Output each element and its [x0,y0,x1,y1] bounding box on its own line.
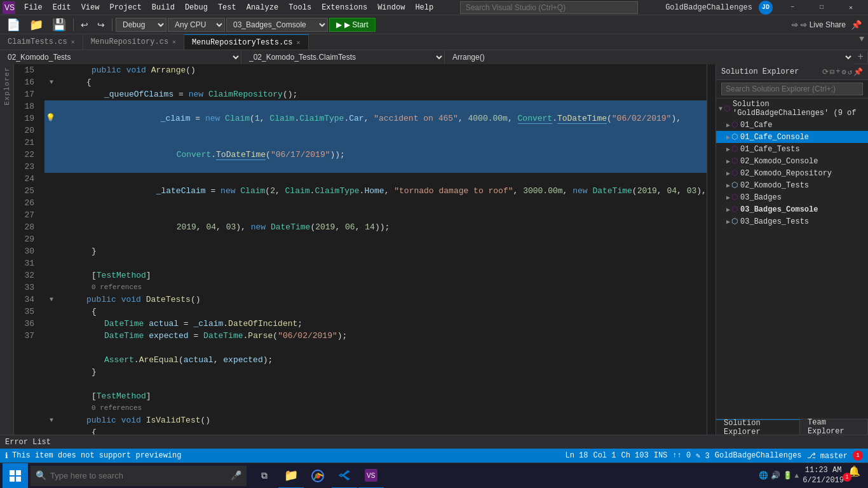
platform-dropdown[interactable]: Any CPU [168,18,225,32]
volume-icon[interactable]: 🔊 [771,471,780,480]
code-content[interactable]: public void Arrange() ▼ { _queueOfClaims… [39,64,707,435]
menu-test[interactable]: Test [213,2,241,13]
code-line-26: DateTime expected = DateTime.Parse("06/0… [44,330,707,342]
network-icon[interactable]: 🌐 [759,471,768,480]
se-item-arrow: ▶ [726,182,730,189]
se-item-01cafetests[interactable]: ▶ ⬡ 01_Cafe_Tests [716,143,868,155]
se-item-01cafeconsole[interactable]: ▶ ⬡ 01_Cafe_Console [716,131,868,143]
project-dropdown[interactable]: 03_Badges_Comsole [226,18,328,32]
lightbulb-icon[interactable]: 💡 [46,112,55,125]
se-item-02komodoconsole[interactable]: ▶ ⬡ 02_Komodo_Console [716,155,868,167]
collapse-btn-23[interactable]: ▼ [50,294,53,306]
tab-menurepositorytests-close[interactable]: ✕ [297,39,301,46]
code-text: { [92,426,97,435]
taskbar-search-input[interactable] [50,471,227,480]
start-icon: ▶ [336,20,342,29]
se-search-input[interactable] [721,83,863,95]
code-text: public void DateTests() [86,294,200,306]
status-pencil: ✎ 3 [696,451,710,461]
pin-button[interactable]: 📌 [847,19,865,30]
se-solution-root[interactable]: ▼ ⬡ Solution 'GoldBadgeChallenges' (9 of [716,98,868,119]
close-button[interactable]: ✕ [836,0,865,15]
menu-tools[interactable]: Tools [283,2,316,13]
se-item-03badges[interactable]: ▶ ⬡ 03_Badges [716,191,868,203]
open-file-button[interactable]: 📁 [25,18,47,32]
menu-file[interactable]: File [19,2,48,13]
tab-menurepository[interactable]: MenuRepository.cs ✕ [83,34,184,50]
code-text: Convert.ToDateTime("06/17/2019")); [117,137,345,173]
menu-window[interactable]: Window [372,2,410,13]
status-ln: Ln 18 [565,451,588,460]
tab-menurepositorytests[interactable]: MenuRepositoryTests.cs ✕ [184,34,308,50]
scroll-gutter[interactable] [707,64,715,435]
start-menu-button[interactable] [3,463,28,489]
menu-edit[interactable]: Edit [48,2,76,13]
taskbar-vs-code[interactable] [332,463,357,489]
up-arrow-icon[interactable]: ▲ [795,472,799,480]
menu-project[interactable]: Project [104,2,146,13]
code-text: _lateClaim = new Claim(2, Claim.ClaimTyp… [97,173,707,209]
tab-arrow[interactable]: ▼ [855,34,868,50]
se-tab-team-explorer[interactable]: Team Explorer [800,419,868,435]
code-line-24: { [44,306,707,318]
taskbar-search-bar[interactable]: 🔍 🎤 [31,466,247,486]
project-breadcrumb-dropdown[interactable]: 02_Komodo_Tests [0,50,241,64]
error-list-label[interactable]: Error List [5,438,51,447]
se-refresh-btn[interactable]: ↺ [848,67,852,77]
se-item-01cafe[interactable]: ▶ ⬡ 01_Cafe [716,119,868,131]
battery-icon[interactable]: 🔋 [783,471,792,480]
se-sync-btn[interactable]: ⟳ [822,67,829,77]
se-new-solution-btn[interactable]: + [836,67,840,77]
save-button[interactable]: 💾 [48,18,70,32]
se-tab-solution-explorer[interactable]: Solution Explorer [716,419,800,435]
taskbar-chrome[interactable] [305,463,330,489]
new-file-button[interactable]: 📄 [3,18,24,32]
method-breadcrumb-dropdown[interactable]: Arrange() [445,50,853,64]
se-item-02komodorepository[interactable]: ▶ ⬡ 02_Komodo_Repository [716,167,868,179]
se-item-label: 03_Badges_Comsole [740,205,818,214]
side-explorer-panel: Explorer [0,64,14,435]
se-pin-btn[interactable]: 📌 [853,67,863,77]
code-text: [TestMethod] [92,269,151,281]
taskbar-clock[interactable]: 11:23 AM 6/21/2019 [803,466,844,485]
notification-center-button[interactable]: 🔔 1 [848,465,860,487]
code-line-22-ref: 0 references [44,281,707,294]
se-collapse-btn[interactable]: ⊟ [830,67,834,77]
se-item-02komodotests[interactable]: ▶ ⬡ 02_Komodo_Tests [716,179,868,191]
tab-claimtests[interactable]: ClaimTests.cs ✕ [0,34,83,50]
tab-claimtests-close[interactable]: ✕ [71,38,75,46]
menu-debug[interactable]: Debug [180,2,213,13]
collapse-btn-32[interactable]: ▼ [50,414,53,426]
taskbar-task-view[interactable]: ⧉ [252,463,277,489]
tab-menurepository-close[interactable]: ✕ [172,38,176,46]
notification-icon[interactable]: 1 [853,451,863,461]
se-item-03badgescomsole[interactable]: ▶ ⬡ 03_Badges_Comsole [716,203,868,215]
class-breadcrumb-dropdown[interactable]: _02_Komodo_Tests.ClaimTests [241,50,445,64]
secondary-add-btn[interactable]: + [853,51,868,63]
undo-button[interactable]: ↩ [77,19,92,30]
config-dropdown[interactable]: Debug [116,18,166,32]
menu-analyze[interactable]: Analyze [241,2,283,13]
start-button[interactable]: ▶ ▶ Start [329,18,376,32]
menu-build[interactable]: Build [147,2,180,13]
redo-button[interactable]: ↪ [93,19,109,30]
status-arrows: ↑↑ 0 [672,451,691,460]
minimize-button[interactable]: − [778,0,807,15]
se-search-area [716,80,868,98]
se-settings-btn[interactable]: ⚙ [842,67,846,77]
global-search-input[interactable] [460,1,638,14]
menu-help[interactable]: Help [410,2,438,13]
se-item-03badgestests[interactable]: ▶ ⬡ 03_Badges_Tests [716,215,868,227]
menu-view[interactable]: View [76,2,105,13]
code-line-15: public void Arrange() [44,64,707,76]
collapse-btn-16[interactable]: ▼ [50,76,53,88]
status-col: Col 1 [593,451,616,460]
taskbar-file-explorer[interactable]: 📁 [278,463,304,489]
error-list-bar: Error List [0,435,868,449]
live-share-button[interactable]: ⇨ ⇨ Live Share [792,20,846,29]
explorer-side-label[interactable]: Explorer [3,67,11,105]
taskbar-vs-icon[interactable]: VS [358,463,384,489]
microphone-icon[interactable]: 🎤 [231,470,241,481]
menu-extensions[interactable]: Extensions [316,2,372,13]
maximize-button[interactable]: □ [807,0,836,15]
